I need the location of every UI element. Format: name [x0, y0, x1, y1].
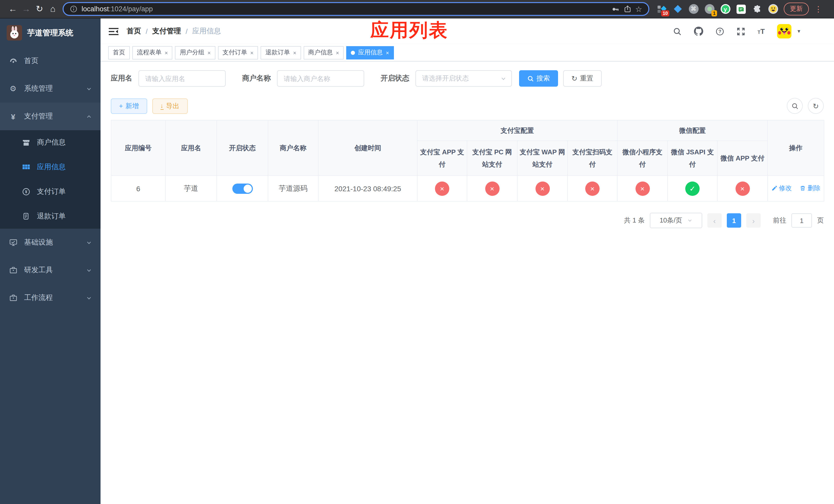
sidebar-item-home[interactable]: 首页 — [0, 47, 101, 75]
chrome-update-button[interactable]: 更新 — [784, 3, 809, 15]
avatar-dropdown-caret-icon[interactable]: ▼ — [796, 29, 801, 34]
extension-diamond-icon[interactable] — [673, 4, 683, 14]
delete-link[interactable]: 删除 — [800, 184, 820, 193]
profile-avatar-icon[interactable] — [768, 4, 778, 14]
tab-close-icon[interactable]: × — [336, 49, 339, 55]
tab-label: 用户分组 — [180, 48, 204, 57]
extension-record-icon[interactable]: 1 — [704, 4, 715, 14]
search-button-label: 搜索 — [536, 74, 550, 83]
tab-process-form[interactable]: 流程表单× — [132, 46, 173, 59]
extension-command-icon[interactable]: ⌘ — [688, 4, 699, 14]
tab-close-icon[interactable]: × — [207, 49, 211, 55]
extension-blocks-icon[interactable]: 10 — [657, 4, 667, 14]
tab-pay-order[interactable]: 支付订单× — [218, 46, 258, 59]
col-header-alipay-wap: 支付宝 WAP 网站支付 — [517, 141, 568, 176]
bookmark-star-icon[interactable]: ☆ — [635, 4, 642, 14]
add-button[interactable]: + 新增 — [111, 98, 147, 114]
site-info-icon[interactable] — [70, 5, 78, 13]
wechat-app-status-icon: × — [735, 181, 750, 196]
search-button[interactable]: 搜索 — [519, 70, 558, 87]
font-size-icon[interactable]: TT — [758, 27, 765, 36]
edit-pen-icon — [771, 185, 777, 191]
app-name-label: 应用名 — [111, 74, 132, 83]
cell-merchant: 芋道源码 — [268, 176, 318, 201]
page-1-button[interactable]: 1 — [727, 213, 741, 228]
prev-page-button[interactable]: ‹ — [707, 213, 722, 228]
browser-back-icon[interactable]: ← — [6, 4, 20, 14]
sidebar-item-app-info[interactable]: 应用信息 — [0, 155, 101, 180]
tab-home[interactable]: 首页 — [108, 46, 130, 59]
page: ← → ↻ ⌂ localhost:1024/pay/app ☆ 10 ⌘ — [0, 0, 834, 504]
logo-rabbit-icon — [7, 25, 22, 41]
status-select[interactable]: 请选择开启状态 — [415, 70, 512, 87]
breadcrumb-home[interactable]: 首页 — [127, 27, 141, 36]
tab-close-icon[interactable]: × — [250, 49, 254, 55]
sidebar-item-merchant-info[interactable]: 商户信息 — [0, 130, 101, 155]
github-icon[interactable] — [694, 27, 703, 36]
share-icon[interactable] — [623, 5, 631, 13]
reset-button[interactable]: ↻ 重置 — [563, 70, 601, 87]
merchant-name-input[interactable] — [277, 70, 364, 87]
tab-app-info[interactable]: 应用信息× — [346, 46, 394, 59]
user-avatar[interactable] — [777, 24, 791, 39]
reset-button-label: 重置 — [580, 74, 593, 83]
extensions-area: 10 ⌘ 1 y 更新 ⋮ — [657, 3, 820, 15]
edit-link[interactable]: 修改 — [771, 184, 792, 193]
extensions-puzzle-icon[interactable] — [752, 4, 762, 14]
sidebar-collapse-icon[interactable] — [109, 27, 118, 36]
tab-close-icon[interactable]: × — [293, 49, 297, 55]
extension-yuque-icon[interactable]: y — [720, 4, 730, 14]
alipay-app-status-icon: × — [435, 181, 449, 196]
status-toggle[interactable] — [232, 183, 253, 193]
breadcrumb-payment[interactable]: 支付管理 — [152, 27, 181, 36]
password-key-icon[interactable] — [611, 5, 619, 13]
app-name-input[interactable] — [138, 70, 226, 87]
document-icon — [22, 212, 30, 221]
sidebar-item-system[interactable]: ⚙ 系统管理 — [0, 75, 101, 102]
briefcase-icon — [9, 294, 18, 302]
tab-label: 首页 — [113, 48, 125, 57]
breadcrumb-current: 应用信息 — [192, 27, 221, 36]
sidebar-item-label: 工作流程 — [24, 293, 53, 302]
page-size-select[interactable]: 10条/页 — [650, 213, 702, 228]
refresh-table-button[interactable]: ↻ — [808, 98, 824, 114]
address-bar[interactable]: localhost:1024/pay/app ☆ — [63, 2, 649, 16]
help-icon[interactable]: ? — [716, 27, 724, 36]
sidebar-item-label: 商户信息 — [37, 138, 66, 147]
app-logo[interactable]: 芋道管理系统 — [0, 19, 101, 47]
breadcrumb-separator: / — [186, 27, 188, 36]
goto-page-input[interactable] — [791, 213, 812, 228]
next-page-button[interactable]: › — [746, 213, 761, 228]
browser-home-icon[interactable]: ⌂ — [46, 4, 60, 14]
chevron-down-icon — [687, 218, 693, 223]
url-text: localhost:1024/pay/app — [82, 5, 607, 13]
grid-icon — [22, 163, 30, 171]
tab-refund-order[interactable]: 退款订单× — [261, 46, 301, 59]
col-header-alipay-pc: 支付宝 PC 网站支付 — [467, 141, 517, 176]
sidebar-item-payment[interactable]: ¥ 支付管理 — [0, 102, 101, 130]
sidebar-item-infrastructure[interactable]: 基础设施 — [0, 229, 101, 256]
browser-menu-icon[interactable]: ⋮ — [814, 4, 820, 14]
extension-chat-icon[interactable] — [736, 4, 746, 14]
tab-user-group[interactable]: 用户分组× — [175, 46, 215, 59]
browser-forward-icon[interactable]: → — [20, 4, 33, 14]
sidebar-item-refund-order[interactable]: 退款订单 — [0, 204, 101, 229]
tab-merchant-info[interactable]: 商户信息× — [304, 46, 344, 59]
sidebar-item-label: 支付订单 — [37, 187, 66, 197]
sidebar-item-pay-order[interactable]: ¥ 支付订单 — [0, 180, 101, 204]
sidebar-item-dev-tools[interactable]: 研发工具 — [0, 256, 101, 284]
sidebar: 芋道管理系统 首页 ⚙ 系统管理 ¥ 支付管理 商户信息 — [0, 19, 101, 504]
svg-text:¥: ¥ — [25, 190, 27, 194]
dashboard-icon — [9, 57, 18, 65]
sidebar-item-workflow[interactable]: 工作流程 — [0, 284, 101, 312]
tab-close-icon[interactable]: × — [164, 49, 168, 55]
pagination-total: 共 1 条 — [624, 216, 645, 225]
fullscreen-icon[interactable] — [737, 27, 745, 36]
header-search-icon[interactable] — [673, 27, 682, 36]
export-button[interactable]: ↓ 导出 — [152, 98, 188, 114]
col-header-wechat-jsapi: 微信 JSAPI 支付 — [667, 141, 717, 176]
sidebar-item-label: 首页 — [24, 56, 39, 66]
browser-reload-icon[interactable]: ↻ — [33, 4, 46, 14]
tab-close-icon[interactable]: × — [386, 49, 389, 55]
toggle-search-button[interactable] — [787, 98, 803, 114]
